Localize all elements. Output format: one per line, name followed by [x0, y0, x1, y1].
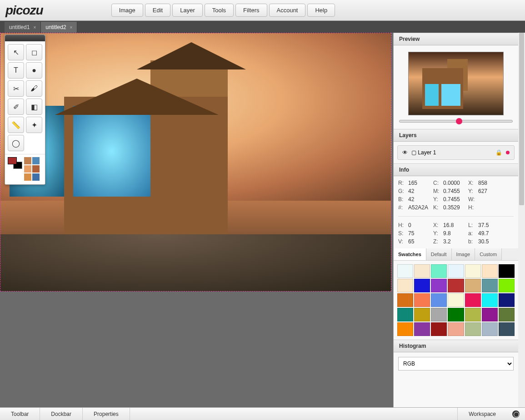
swatch[interactable]: [499, 264, 515, 278]
tool-spray[interactable]: ◯: [8, 135, 24, 151]
zoom-slider[interactable]: [399, 120, 513, 123]
swatch[interactable]: [482, 279, 498, 292]
swatch[interactable]: [414, 308, 430, 321]
swatch[interactable]: [448, 293, 464, 307]
swatch[interactable]: [397, 308, 413, 321]
zoom-slider-thumb[interactable]: [456, 118, 462, 124]
swatch[interactable]: [448, 322, 464, 336]
scrollbar-thumb[interactable]: [519, 33, 524, 205]
close-icon[interactable]: ×: [70, 25, 73, 30]
histogram-mode-select[interactable]: RGB: [398, 357, 514, 371]
info-r: 165: [408, 180, 433, 186]
sidebar-scrollbar[interactable]: [518, 33, 525, 407]
swatch[interactable]: [397, 264, 413, 278]
swatch[interactable]: [414, 322, 430, 336]
tool-crop[interactable]: ✂: [8, 80, 24, 97]
tool-pattern[interactable]: ✦: [26, 117, 42, 133]
layer-row[interactable]: 👁 ▢ Layer 1 🔒: [397, 145, 515, 160]
swatch[interactable]: [448, 308, 464, 321]
swatch[interactable]: [431, 264, 447, 278]
swatch[interactable]: [465, 293, 481, 307]
menu-layer[interactable]: Layer: [172, 4, 203, 17]
bottombar-workspace[interactable]: Workspace: [457, 408, 507, 420]
tool-marquee[interactable]: ◻: [26, 44, 42, 60]
tool-ruler[interactable]: 📏: [8, 117, 24, 133]
swatch[interactable]: [397, 279, 413, 292]
recent-color[interactable]: [32, 157, 40, 164]
swatch[interactable]: [482, 308, 498, 321]
document-tab-1[interactable]: untitled2 ×: [41, 22, 77, 33]
swatch[interactable]: [482, 322, 498, 336]
swatch[interactable]: [431, 322, 447, 336]
tool-eyedrop[interactable]: ✐: [8, 99, 24, 115]
swatch[interactable]: [414, 264, 430, 278]
menu-tools[interactable]: Tools: [205, 4, 234, 17]
menu-edit[interactable]: Edit: [145, 4, 170, 17]
foreground-color[interactable]: [8, 157, 17, 164]
swatch[interactable]: [465, 264, 481, 278]
recent-color[interactable]: [24, 173, 31, 181]
bottombar: Toolbar Dockbar Properties Workspace: [0, 407, 525, 420]
swatch[interactable]: [397, 293, 413, 307]
app-logo: picozu: [5, 3, 43, 18]
swatch[interactable]: [499, 293, 515, 307]
swatch[interactable]: [499, 322, 515, 336]
swatch[interactable]: [448, 279, 464, 292]
swatch[interactable]: [499, 279, 515, 292]
toolbox: ↖ ◻ T ● ✂ 🖌 ✐ ◧ 📏 ✦ ◯: [5, 35, 45, 185]
recent-color[interactable]: [32, 165, 40, 173]
workspace[interactable]: [0, 33, 393, 407]
swatch[interactable]: [414, 293, 430, 307]
swatch[interactable]: [397, 322, 413, 336]
swatch-tab-custom[interactable]: Custom: [475, 248, 502, 260]
panel-head-preview[interactable]: Preview: [394, 33, 518, 45]
tool-eraser[interactable]: ◧: [26, 99, 42, 115]
tool-text[interactable]: T: [8, 62, 24, 79]
swatch[interactable]: [431, 293, 447, 307]
bottombar-toolbar[interactable]: Toolbar: [0, 408, 40, 420]
document-tab-0[interactable]: untitled1 ×: [5, 22, 41, 33]
swatch[interactable]: [431, 279, 447, 292]
swatch[interactable]: [465, 308, 481, 321]
swatch[interactable]: [465, 279, 481, 292]
recent-color[interactable]: [32, 173, 40, 181]
layer-name[interactable]: Layer 1: [418, 149, 495, 156]
recent-color[interactable]: [24, 157, 31, 164]
swatch[interactable]: [482, 293, 498, 307]
tab-label: untitled1: [9, 24, 30, 30]
swatch[interactable]: [414, 279, 430, 292]
swatch-tab-swatches[interactable]: Swatches: [394, 248, 426, 260]
recent-color[interactable]: [24, 165, 31, 173]
panel-head-histogram[interactable]: Histogram: [394, 340, 518, 352]
info-g: 42: [408, 188, 433, 194]
globe-icon[interactable]: [512, 410, 520, 418]
visibility-icon[interactable]: 👁: [402, 149, 408, 156]
menu-filters[interactable]: Filters: [235, 4, 267, 17]
panel-head-layers[interactable]: Layers: [394, 129, 518, 142]
bottombar-dockbar[interactable]: Dockbar: [40, 408, 83, 420]
close-icon[interactable]: ×: [33, 25, 36, 30]
canvas[interactable]: [0, 33, 391, 292]
swatch[interactable]: [499, 308, 515, 321]
tool-pointer[interactable]: ↖: [8, 44, 24, 60]
info-k: 0.3529: [443, 204, 468, 211]
panel-head-info[interactable]: Info: [394, 163, 518, 176]
bottombar-properties[interactable]: Properties: [83, 408, 130, 420]
lock-icon[interactable]: 🔒: [495, 149, 502, 156]
tool-brush[interactable]: 🖌: [26, 80, 42, 97]
swatch[interactable]: [448, 264, 464, 278]
menu-account[interactable]: Account: [269, 4, 306, 17]
swatch[interactable]: [431, 308, 447, 321]
menubar: picozu Image Edit Layer Tools Filters Ac…: [0, 0, 525, 21]
info-grid: R:165 C:0.0000 X:858 G:42 M:0.7455 Y:627…: [394, 176, 518, 214]
swatch-tab-image[interactable]: Image: [452, 248, 475, 260]
menu-image[interactable]: Image: [111, 4, 143, 17]
swatch-tab-default[interactable]: Default: [426, 248, 452, 260]
swatch[interactable]: [465, 322, 481, 336]
preview-thumbnail[interactable]: [408, 52, 504, 115]
swatch[interactable]: [482, 264, 498, 278]
menu-help[interactable]: Help: [307, 4, 335, 17]
toolbox-handle[interactable]: [5, 35, 45, 41]
fg-bg-swatch[interactable]: [8, 157, 22, 169]
tool-smudge[interactable]: ●: [26, 62, 42, 79]
